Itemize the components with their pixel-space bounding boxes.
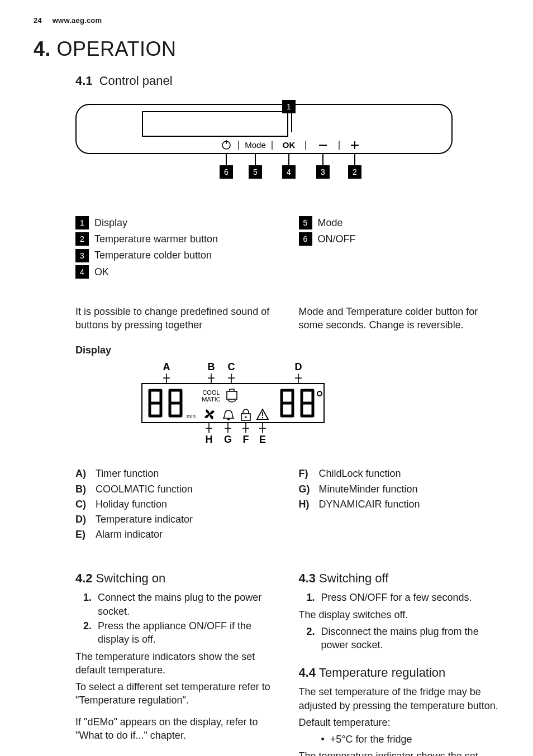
s44-p2: Default temperature: bbox=[299, 716, 500, 729]
page-number: 24 bbox=[34, 16, 50, 26]
svg-text:D: D bbox=[295, 361, 302, 372]
chapter-number: 4. bbox=[34, 37, 51, 60]
alarm-icon bbox=[257, 409, 268, 419]
callout-box-3: 3 bbox=[316, 165, 330, 179]
svg-text:E: E bbox=[259, 434, 266, 445]
control-panel-figure: 1 Mode OK bbox=[75, 104, 453, 199]
section-4-2-heading: 4.2Switching on bbox=[75, 570, 277, 587]
callout-box-1: 1 bbox=[282, 100, 296, 113]
page-header: 24 www.aeg.com bbox=[34, 16, 499, 26]
svg-rect-33 bbox=[227, 391, 237, 399]
callout-box-6: 6 bbox=[220, 165, 233, 179]
display-legend-left: A)Timer function B)COOLMATIC function C)… bbox=[75, 465, 277, 543]
svg-text:F: F bbox=[243, 434, 249, 445]
switching-off-steps-b: Disconnect the mains plug from the power… bbox=[299, 625, 500, 652]
section-4-3-heading: 4.3Switching off bbox=[299, 570, 500, 587]
chapter-title: OPERATION bbox=[57, 37, 177, 60]
panel-legend-left: 1Display 2Temperature warmer button 3Tem… bbox=[75, 216, 277, 279]
fan-icon bbox=[204, 409, 215, 419]
holiday-icon bbox=[227, 389, 237, 402]
svg-point-37 bbox=[245, 416, 246, 418]
seven-seg-icon bbox=[147, 388, 164, 418]
display-legend-right: F)ChildLock function G)MinuteMinder func… bbox=[299, 465, 500, 543]
callout-box-2: 2 bbox=[348, 165, 361, 179]
svg-text:C: C bbox=[228, 361, 235, 372]
section-title: Control panel bbox=[99, 74, 173, 88]
control-panel-svg: Mode OK bbox=[75, 104, 453, 165]
svg-text:A: A bbox=[163, 361, 170, 372]
s42-note1: The temperature indicators show the set … bbox=[75, 650, 277, 677]
callout-box-5: 5 bbox=[249, 165, 262, 179]
sound-note-right: Mode and Temperature colder button for s… bbox=[299, 305, 500, 332]
svg-text:COOL: COOL bbox=[202, 389, 220, 396]
svg-point-39 bbox=[262, 417, 263, 418]
svg-text:H: H bbox=[206, 434, 213, 445]
s43-mid: The display switches off. bbox=[299, 608, 500, 621]
display-subheading: Display bbox=[75, 343, 499, 357]
section-4-1-heading: 4.1 Control panel bbox=[75, 73, 499, 89]
switching-on-steps: Connect the mains plug to the power sock… bbox=[75, 591, 277, 646]
svg-point-35 bbox=[227, 418, 230, 420]
panel-legend-right: 5Mode 6ON/OFF bbox=[299, 216, 500, 246]
panel-ok-label: OK bbox=[283, 140, 296, 150]
panel-mode-label: Mode bbox=[245, 140, 266, 150]
svg-text:G: G bbox=[224, 434, 232, 445]
switching-off-steps-a: Press ON/OFF for a few seconds. bbox=[299, 591, 500, 604]
svg-point-40 bbox=[317, 391, 322, 396]
lock-icon bbox=[241, 409, 250, 420]
svg-text:B: B bbox=[208, 361, 215, 372]
section-number: 4.1 bbox=[75, 74, 93, 88]
s42-note3: If "dEMo" appears on the display, refer … bbox=[75, 715, 277, 743]
svg-rect-1 bbox=[142, 112, 288, 136]
s44-p1: The set temperature of the fridge may be… bbox=[299, 685, 500, 712]
bell-icon bbox=[223, 410, 234, 420]
s44-bullet: +5°C for the fridge bbox=[321, 733, 500, 746]
s44-p3: The temperature indicator shows the set … bbox=[299, 749, 500, 756]
site-url: www.aeg.com bbox=[53, 16, 102, 25]
svg-text:min: min bbox=[187, 413, 196, 419]
callout-box-4: 4 bbox=[282, 165, 296, 179]
display-figure: A B C D bbox=[140, 361, 499, 454]
s42-note2: To select a different set temperature re… bbox=[75, 680, 277, 707]
svg-text:MATIC: MATIC bbox=[202, 396, 220, 403]
sound-note-left: It is possible to change predefined soun… bbox=[75, 305, 277, 332]
section-4-4-heading: 4.4Temperature regulation bbox=[299, 664, 500, 681]
chapter-heading: 4. OPERATION bbox=[34, 36, 499, 63]
